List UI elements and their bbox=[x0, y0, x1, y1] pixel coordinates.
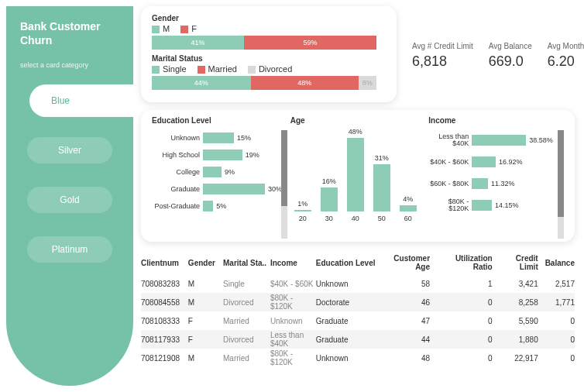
demographics-card: Gender MF 41%59% Marital Status SingleMa… bbox=[141, 6, 397, 102]
bar-segment[interactable]: 8% bbox=[359, 76, 376, 90]
education-bar-row[interactable]: Unknown15% bbox=[152, 129, 287, 146]
income-bar-row[interactable]: $40K - $60K16.92% bbox=[428, 151, 564, 173]
bar-segment[interactable]: 41% bbox=[152, 36, 244, 50]
table-cell: Unknown bbox=[270, 317, 316, 325]
income-scrollbar[interactable] bbox=[558, 130, 564, 239]
table-cell: 2,517 bbox=[544, 280, 575, 288]
table-cell: 44 bbox=[381, 335, 436, 344]
sidebar-item-gold[interactable]: Gold bbox=[6, 184, 133, 216]
sidebar-item-silver[interactable]: Silver bbox=[6, 134, 133, 167]
age-bar[interactable]: 1%20 bbox=[294, 200, 312, 222]
table-cell: F bbox=[188, 317, 223, 325]
table-cell: M bbox=[188, 354, 223, 363]
bar-label: 50 bbox=[378, 215, 386, 222]
age-bar[interactable]: 16%30 bbox=[320, 177, 338, 223]
marital-bar[interactable]: 44%48%8% bbox=[152, 76, 376, 90]
sidebar-subtitle: select a card category bbox=[6, 61, 133, 77]
bar-fill bbox=[203, 132, 234, 143]
table-cell: 22,917 bbox=[499, 354, 544, 363]
age-title: Age bbox=[290, 116, 426, 125]
bar-fill bbox=[472, 178, 488, 189]
bar-value: 15% bbox=[237, 134, 251, 142]
education-bar-row[interactable]: Post-Graduate5% bbox=[152, 198, 287, 215]
bar-fill bbox=[203, 184, 265, 194]
sidebar-item-blue[interactable]: Blue bbox=[29, 84, 143, 117]
table-header-cell[interactable]: Education Level bbox=[316, 259, 381, 267]
bar-segment[interactable]: 44% bbox=[152, 76, 251, 90]
sidebar-item-label: Platinum bbox=[27, 236, 112, 263]
legend-label: Divorced bbox=[259, 64, 292, 74]
table-cell: $80K - $120K bbox=[270, 349, 316, 366]
education-bar-row[interactable]: Graduate30% bbox=[152, 181, 287, 198]
table-header-cell[interactable]: Credit Limit bbox=[499, 254, 544, 271]
table-row[interactable]: 708117933FDivorcedLess than $40KGraduate… bbox=[141, 330, 575, 349]
legend-label: F bbox=[191, 24, 197, 33]
table-row[interactable]: 708108333FMarriedUnknownGraduate4705,590… bbox=[141, 311, 575, 330]
table-header-cell[interactable]: Income bbox=[270, 259, 316, 267]
table-header-cell[interactable]: Utilization Ratio bbox=[436, 254, 499, 271]
table-header-cell[interactable]: Customer Age bbox=[381, 254, 436, 271]
table-row[interactable]: 708121908MMarried$80K - $120KUnknown4802… bbox=[141, 349, 575, 367]
sidebar-item-platinum[interactable]: Platinum bbox=[6, 233, 133, 266]
income-bar-row[interactable]: $80K - $120K14.15% bbox=[428, 194, 564, 216]
table-cell: M bbox=[188, 280, 223, 288]
bar-value: 5% bbox=[216, 202, 226, 210]
table-cell: Single bbox=[223, 280, 270, 288]
table-row[interactable]: 708084558MDivorced$80K - $120KDoctorate4… bbox=[141, 293, 575, 311]
bar-fill bbox=[373, 164, 390, 211]
table-cell: 708121908 bbox=[141, 354, 188, 363]
gender-bar[interactable]: 41%59% bbox=[152, 36, 376, 50]
bar-label: 20 bbox=[299, 215, 307, 222]
bar-fill bbox=[472, 156, 496, 167]
income-bar-row[interactable]: Less than $40K38.58% bbox=[428, 129, 564, 151]
table-cell: Graduate bbox=[316, 335, 381, 344]
education-scrollbar[interactable] bbox=[281, 130, 287, 239]
table-header-cell[interactable]: Balance bbox=[544, 259, 575, 267]
age-bar[interactable]: 4%60 bbox=[399, 195, 417, 222]
table-cell: Unknown bbox=[316, 280, 381, 288]
table-cell: $40K - $60K bbox=[270, 280, 316, 288]
legend-swatch bbox=[152, 26, 160, 33]
table-cell: 0 bbox=[544, 354, 575, 363]
table-header-cell[interactable]: Marital Sta.. bbox=[223, 259, 270, 267]
table-cell: 3,421 bbox=[499, 280, 544, 288]
kpi-value: 6.20 bbox=[548, 53, 584, 70]
legend-item[interactable]: Married bbox=[198, 64, 237, 74]
education-bar-row[interactable]: High School19% bbox=[152, 146, 287, 163]
legend-item[interactable]: F bbox=[180, 24, 197, 33]
table-cell: 0 bbox=[544, 317, 575, 325]
legend-swatch bbox=[248, 66, 256, 74]
table-cell: 0 bbox=[436, 317, 499, 325]
bar-value: 30% bbox=[268, 185, 282, 193]
bar-segment[interactable]: 59% bbox=[244, 36, 376, 50]
sidebar-item-label: Silver bbox=[27, 137, 112, 163]
table-cell: Graduate bbox=[316, 317, 381, 325]
age-bar[interactable]: 31%50 bbox=[373, 154, 391, 222]
customer-table[interactable]: ClientnumGenderMarital Sta..IncomeEducat… bbox=[141, 251, 575, 367]
education-bar-row[interactable]: College9% bbox=[152, 163, 287, 181]
bar-label: College bbox=[152, 168, 203, 176]
legend-item[interactable]: M bbox=[152, 24, 170, 33]
table-cell: 0 bbox=[436, 354, 499, 363]
table-row[interactable]: 708083283MSingle$40K - $60KUnknown5813,4… bbox=[141, 274, 575, 293]
age-chart[interactable]: Age 1%2016%3048%4031%504%60 bbox=[290, 116, 426, 234]
bar-value: 19% bbox=[246, 151, 259, 159]
income-chart[interactable]: Income Less than $40K38.58%$40K - $60K16… bbox=[428, 116, 564, 234]
legend-item[interactable]: Divorced bbox=[248, 64, 292, 74]
legend-item[interactable]: Single bbox=[152, 64, 187, 74]
bar-segment[interactable]: 48% bbox=[251, 76, 359, 90]
kpi-card: Avg # Credit Limit6,818 bbox=[412, 42, 473, 70]
bar-label: 30 bbox=[325, 215, 333, 222]
bar-fill bbox=[203, 150, 242, 160]
table-cell: 708108333 bbox=[141, 317, 188, 325]
table-header-cell[interactable]: Clientnum bbox=[141, 259, 188, 267]
content-area: Gender MF 41%59% Marital Status SingleMa… bbox=[141, 6, 578, 367]
legend-label: Married bbox=[208, 64, 237, 74]
table-cell: Less than $40K bbox=[270, 331, 316, 348]
income-bar-row[interactable]: $60K - $80K11.32% bbox=[428, 173, 564, 194]
table-header-cell[interactable]: Gender bbox=[188, 259, 223, 267]
age-bar[interactable]: 48%40 bbox=[346, 128, 365, 222]
education-chart[interactable]: Education Level Unknown15%High School19%… bbox=[152, 116, 287, 234]
bar-value: 1% bbox=[297, 200, 307, 208]
table-cell: Doctorate bbox=[316, 298, 381, 307]
